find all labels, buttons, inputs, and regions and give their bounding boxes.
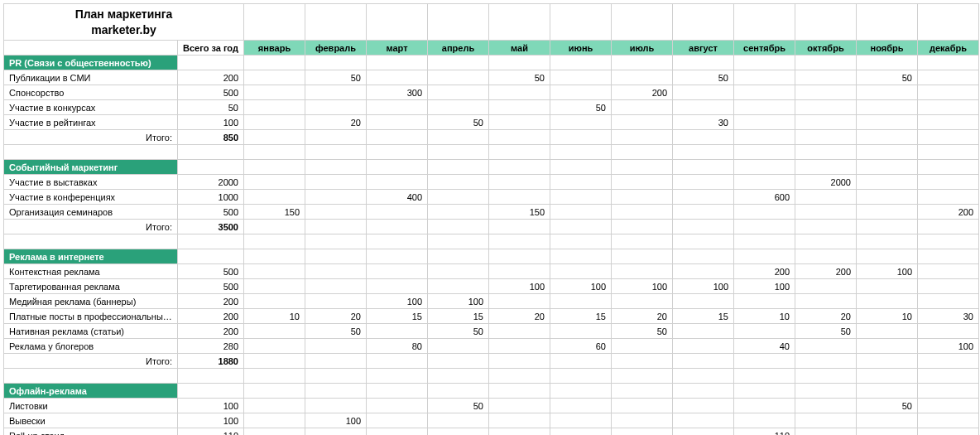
- row-month: 100: [857, 264, 918, 279]
- row-month: [428, 339, 489, 354]
- subtotal-label: Итого:: [4, 130, 178, 145]
- row-month: [428, 413, 489, 428]
- row-month: [612, 294, 673, 309]
- row-month: [612, 205, 673, 220]
- row-month: [305, 175, 367, 190]
- row-month: [795, 205, 857, 220]
- row-month: 50: [857, 70, 918, 85]
- row-month: [550, 70, 612, 85]
- row-total: 500: [178, 279, 244, 294]
- data-row: Контекстная реклама500200200100: [4, 264, 979, 279]
- row-total: 200: [178, 324, 244, 339]
- row-month: [857, 279, 918, 294]
- subtotal-label: Итого:: [4, 220, 178, 234]
- row-month: [857, 115, 918, 130]
- subtotal-value: 3500: [178, 220, 244, 234]
- row-month: [305, 100, 367, 115]
- row-month: 100: [305, 413, 367, 428]
- row-month: 40: [734, 339, 795, 354]
- row-total: 200: [178, 70, 244, 85]
- row-month: [918, 399, 979, 413]
- row-month: [734, 413, 795, 428]
- data-row: Участие в конкурсах5050: [4, 100, 979, 115]
- row-label: Платные посты в профессиональных сообщес…: [4, 309, 178, 324]
- header-month: май: [489, 41, 550, 56]
- row-month: 150: [244, 205, 305, 220]
- row-month: [918, 85, 979, 100]
- row-month: [734, 85, 795, 100]
- data-row: Таргетированная реклама50010010010010010…: [4, 279, 979, 294]
- row-total: 500: [178, 264, 244, 279]
- row-total: 110: [178, 428, 244, 436]
- row-month: [857, 190, 918, 205]
- row-month: [612, 339, 673, 354]
- row-label: Нативная реклама (статьи): [4, 324, 178, 339]
- row-month: [550, 399, 612, 413]
- row-month: [550, 115, 612, 130]
- row-month: [857, 339, 918, 354]
- header-month: декабрь: [918, 41, 979, 56]
- row-month: [367, 413, 428, 428]
- row-month: 200: [734, 264, 795, 279]
- row-month: [918, 100, 979, 115]
- row-month: 100: [428, 294, 489, 309]
- row-total: 500: [178, 85, 244, 100]
- row-month: 50: [428, 399, 489, 413]
- row-month: [305, 279, 367, 294]
- header-month: июнь: [550, 41, 612, 56]
- row-month: 50: [550, 100, 612, 115]
- row-label: Участие в рейтингах: [4, 115, 178, 130]
- row-month: [244, 413, 305, 428]
- row-month: 50: [428, 324, 489, 339]
- row-month: [673, 428, 734, 436]
- row-month: [795, 115, 857, 130]
- row-month: [918, 175, 979, 190]
- row-month: [795, 85, 857, 100]
- row-label: Медийная реклама (баннеры): [4, 294, 178, 309]
- row-month: [612, 175, 673, 190]
- row-month: [612, 70, 673, 85]
- row-month: [428, 428, 489, 436]
- row-total: 1000: [178, 190, 244, 205]
- row-total: 100: [178, 115, 244, 130]
- row-month: [795, 294, 857, 309]
- row-month: 50: [305, 70, 367, 85]
- header-month: январь: [244, 41, 305, 56]
- row-month: [244, 175, 305, 190]
- row-month: [428, 205, 489, 220]
- row-month: 300: [367, 85, 428, 100]
- row-label: Реклама у блогеров: [4, 339, 178, 354]
- row-label: Публикации в СМИ: [4, 70, 178, 85]
- row-month: [612, 264, 673, 279]
- row-month: [612, 413, 673, 428]
- row-month: [428, 279, 489, 294]
- row-month: 15: [367, 309, 428, 324]
- subtotal-value: 850: [178, 130, 244, 145]
- row-month: 110: [734, 428, 795, 436]
- section-header: Событийный маркетинг: [4, 160, 178, 175]
- row-label: Таргетированная реклама: [4, 279, 178, 294]
- header-month: июль: [612, 41, 673, 56]
- row-total: 100: [178, 399, 244, 413]
- row-month: [428, 175, 489, 190]
- row-month: 60: [550, 339, 612, 354]
- row-month: [305, 190, 367, 205]
- row-month: [795, 100, 857, 115]
- row-month: [673, 205, 734, 220]
- row-month: [367, 399, 428, 413]
- data-row: Листовки1005050: [4, 399, 979, 413]
- row-month: 200: [612, 85, 673, 100]
- row-month: 50: [795, 324, 857, 339]
- row-month: [367, 205, 428, 220]
- row-month: 200: [795, 264, 857, 279]
- row-label: Участие в конференциях: [4, 190, 178, 205]
- row-month: [550, 190, 612, 205]
- header-total: Всего за год: [178, 41, 244, 56]
- row-month: [612, 399, 673, 413]
- row-total: 200: [178, 309, 244, 324]
- row-month: 30: [673, 115, 734, 130]
- row-month: [489, 399, 550, 413]
- row-month: [489, 100, 550, 115]
- title-line2: marketer.by: [9, 22, 238, 37]
- row-month: [673, 324, 734, 339]
